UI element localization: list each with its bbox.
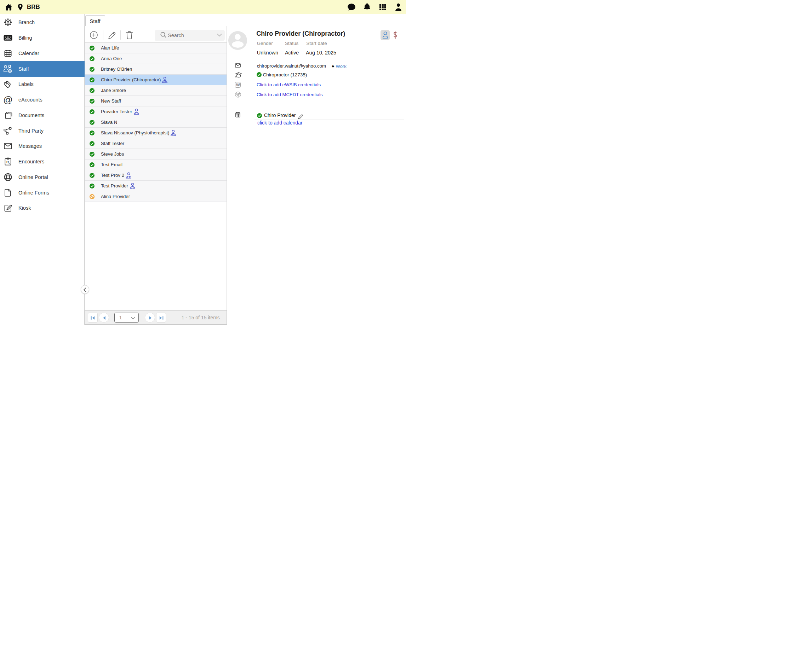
svg-text:@: @ <box>3 96 12 104</box>
svg-text:x: x <box>9 162 10 164</box>
svg-text:mastercard: mastercard <box>5 39 11 40</box>
